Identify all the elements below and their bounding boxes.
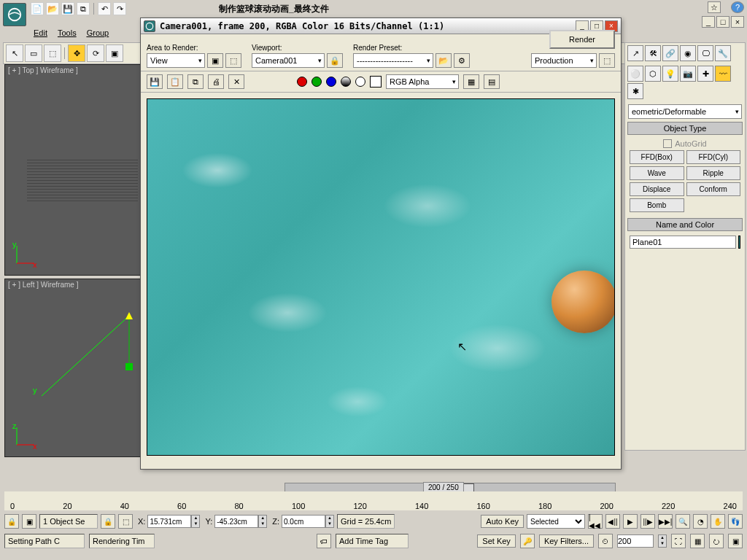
walk-icon[interactable]: 👣 [728, 514, 743, 529]
geom-icon[interactable]: ⚪ [627, 66, 643, 82]
swatch[interactable] [370, 76, 382, 88]
production-dropdown[interactable]: Production [531, 53, 597, 68]
save-as-icon[interactable]: ⧉ [77, 2, 90, 15]
arc-rotate-icon[interactable]: ⭮ [709, 534, 724, 548]
new-icon[interactable]: 📄 [31, 2, 44, 15]
goto-end-icon[interactable]: ▶▶| [658, 514, 673, 529]
select-window-icon[interactable]: ⬚ [44, 44, 61, 62]
key-icon[interactable]: 🔑 [520, 534, 535, 548]
tab-motion-icon[interactable]: ◉ [680, 45, 696, 61]
maximize-viewport-icon[interactable]: ▣ [728, 534, 743, 548]
viewport-top[interactable]: [ + ] Top ] Wireframe ] yx [4, 64, 142, 276]
preset-dropdown[interactable]: --------------------- [353, 53, 433, 68]
viewport-dropdown[interactable]: Camera001 [252, 53, 325, 68]
preset-save-icon[interactable]: ⚙ [454, 53, 470, 68]
y-spinner[interactable]: ▲▼ [258, 515, 267, 528]
select-rect-icon[interactable]: ▭ [25, 44, 42, 62]
copy-icon[interactable]: 📋 [167, 74, 183, 89]
viewport-left[interactable]: [ + ] Left ] Wireframe ] y zx [4, 279, 142, 457]
channel-mono[interactable] [355, 77, 365, 87]
tab-display-icon[interactable]: 🖵 [697, 45, 713, 61]
modifier-category-dropdown[interactable]: eometric/Deformable [628, 104, 742, 119]
autogrid-checkbox[interactable]: AutoGrid [625, 137, 745, 150]
z-spinner[interactable]: ▲▼ [325, 515, 334, 528]
helpers-icon[interactable]: ✚ [697, 66, 713, 82]
area-dropdown[interactable]: View [147, 53, 205, 68]
x-spinner[interactable]: ▲▼ [191, 515, 200, 528]
tab-utilities-icon[interactable]: 🔧 [715, 45, 731, 61]
rotate-icon[interactable]: ⟳ [87, 44, 104, 62]
wave-button[interactable]: Wave [630, 166, 684, 180]
tab-hierarchy-icon[interactable]: 🔗 [662, 45, 678, 61]
zoom-extents-icon[interactable]: 🔍 [676, 514, 690, 529]
tab-create-icon[interactable]: ↗ [627, 45, 643, 61]
favorite-icon[interactable]: ☆ [708, 1, 721, 13]
key-target-dropdown[interactable]: Selected [527, 514, 585, 529]
save-icon[interactable]: 💾 [61, 2, 74, 15]
systems-icon[interactable]: ✱ [627, 83, 643, 99]
channel-green[interactable] [311, 77, 322, 87]
tab-modify-icon[interactable]: 🛠 [645, 45, 661, 61]
y-input[interactable] [214, 515, 258, 528]
goto-start-icon[interactable]: |◀◀ [588, 514, 603, 529]
ripple-button[interactable]: Ripple [686, 166, 741, 180]
keyfilters-button[interactable]: Key Filters... [539, 534, 594, 548]
timetag-icon[interactable]: 🏷 [317, 534, 331, 548]
prev-frame-icon[interactable]: ◀|| [605, 514, 620, 529]
lights-icon[interactable]: 💡 [662, 66, 678, 82]
channel-red[interactable] [297, 77, 307, 87]
current-frame-input[interactable] [617, 534, 654, 548]
lock-icon[interactable]: 🔒 [327, 53, 343, 68]
bomb-button[interactable]: Bomb [630, 198, 684, 212]
scale-icon[interactable]: ▣ [106, 44, 123, 62]
menu-group[interactable]: Group [84, 28, 112, 39]
preset-load-icon[interactable]: 📂 [436, 53, 452, 68]
object-color-swatch[interactable] [738, 236, 740, 249]
minimize-button[interactable]: _ [702, 16, 715, 28]
menu-tools[interactable]: Tools [55, 28, 80, 39]
ffd-box-button[interactable]: FFD(Box) [630, 150, 684, 164]
select-icon[interactable]: ↖ [6, 44, 23, 62]
zoom-all-icon[interactable]: ▦ [690, 534, 705, 548]
channel-dropdown[interactable]: RGB Alpha [386, 74, 459, 89]
print-icon[interactable]: 🖨 [208, 74, 224, 89]
shapes-icon[interactable]: ⬡ [645, 66, 661, 82]
autokey-button[interactable]: Auto Key [481, 515, 524, 528]
min-max-toggle-icon[interactable]: ⛶ [671, 534, 686, 548]
lock-selection-icon[interactable]: 🔒 [4, 514, 19, 529]
redo-icon[interactable]: ↷ [113, 2, 126, 15]
conform-button[interactable]: Conform [686, 182, 741, 196]
timeline-ruler[interactable]: 020406080100120140160180200220240 [4, 491, 743, 510]
maximize-button[interactable]: □ [716, 16, 729, 28]
spacewarps-icon[interactable]: 〰 [715, 66, 731, 82]
lock-toggle-icon[interactable]: 🔒 [101, 514, 115, 529]
time-config-icon[interactable]: ⏲ [598, 534, 613, 548]
displace-button[interactable]: Displace [630, 182, 684, 196]
toggle-ui-icon[interactable]: ▤ [484, 74, 500, 89]
transform-type-icon[interactable]: ⬚ [118, 514, 133, 529]
close-button[interactable]: × [731, 16, 744, 28]
pan-icon[interactable]: ✋ [711, 514, 725, 529]
render-setup-icon[interactable]: ⬚ [599, 53, 615, 68]
undo-icon[interactable]: ↶ [98, 2, 111, 15]
clone-icon[interactable]: ⧉ [187, 74, 204, 89]
next-frame-icon[interactable]: ||▶ [640, 514, 655, 529]
channel-alpha[interactable] [341, 77, 351, 87]
region-icon[interactable]: ⬚ [225, 53, 241, 68]
channel-blue[interactable] [326, 77, 336, 87]
play-icon[interactable]: ▶ [623, 514, 638, 529]
add-time-tag[interactable]: Add Time Tag [336, 534, 409, 548]
toggle-overlay-icon[interactable]: ▦ [463, 74, 479, 89]
z-input[interactable] [282, 515, 325, 528]
open-icon[interactable]: 📂 [46, 2, 59, 15]
cameras-icon[interactable]: 📷 [680, 66, 696, 82]
render-button[interactable]: Render [549, 30, 615, 49]
move-icon[interactable]: ✥ [68, 44, 85, 62]
setkey-button[interactable]: Set Key [477, 534, 516, 548]
frame-spinner[interactable]: ▲▼ [658, 534, 667, 548]
x-input[interactable] [147, 515, 191, 528]
save-image-icon[interactable]: 💾 [147, 74, 163, 89]
crop-icon[interactable]: ▣ [207, 53, 223, 68]
menu-edit[interactable]: Edit [31, 28, 50, 39]
isolate-icon[interactable]: ▣ [22, 514, 36, 529]
